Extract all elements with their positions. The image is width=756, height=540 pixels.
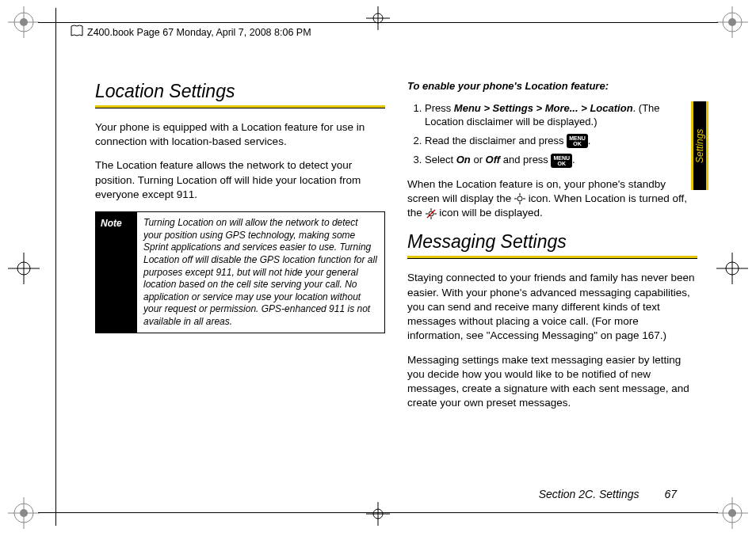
body-text: Messaging settings make text messaging e… xyxy=(407,353,697,411)
step-item: Read the disclaimer and press MENUOK. xyxy=(425,134,697,149)
location-on-icon xyxy=(514,193,525,204)
body-text: Your phone is equipped with a Location f… xyxy=(95,120,385,149)
book-icon xyxy=(70,24,84,41)
crop-mark-icon xyxy=(8,6,40,38)
note-label: Note xyxy=(96,212,137,333)
location-off-icon xyxy=(426,208,437,219)
section-heading-location: Location Settings xyxy=(95,79,385,104)
registration-mark-icon xyxy=(366,502,390,529)
step-text: or xyxy=(471,154,486,165)
step-text: Select xyxy=(425,154,456,165)
crop-mark-icon xyxy=(716,6,748,38)
note-text: Turning Location on will allow the netwo… xyxy=(137,212,384,333)
registration-mark-icon xyxy=(8,253,40,287)
step-text: . xyxy=(572,154,575,165)
body-text: Staying connected to your friends and fa… xyxy=(407,271,697,343)
heading-rule xyxy=(407,256,697,258)
crop-line xyxy=(55,8,56,526)
page-number: 67 xyxy=(664,488,677,500)
menu-path: Menu > Settings > More... > Location xyxy=(454,102,633,114)
menu-ok-key-icon: MENUOK xyxy=(567,134,588,148)
right-column: To enable your phone's Location feature:… xyxy=(407,79,697,477)
step-item: Press Menu > Settings > More... > Locati… xyxy=(425,101,697,129)
registration-mark-icon xyxy=(366,6,390,33)
crop-mark-icon xyxy=(8,497,40,529)
heading-rule xyxy=(95,105,385,108)
instruction-heading: To enable your phone's Location feature: xyxy=(407,79,697,93)
menu-ok-key-icon: MENUOK xyxy=(551,154,572,168)
option-off: Off xyxy=(486,154,501,165)
section-heading-messaging: Messaging Settings xyxy=(407,230,697,254)
footer-section: Section 2C. Settings xyxy=(539,488,640,500)
step-text: and press xyxy=(500,154,551,165)
step-text: . xyxy=(588,135,591,146)
registration-mark-icon xyxy=(716,253,748,287)
option-on: On xyxy=(456,154,471,165)
step-text: Read the disclaimer and press xyxy=(425,135,567,146)
left-column: Location Settings Your phone is equipped… xyxy=(95,79,385,477)
body-text: When the Location feature is on, your ph… xyxy=(407,177,697,221)
step-item: Select On or Off and press MENUOK. xyxy=(425,153,697,168)
step-text: Press xyxy=(425,102,454,114)
crop-mark-icon xyxy=(716,497,748,529)
note-box: Note Turning Location on will allow the … xyxy=(95,211,385,333)
svg-point-22 xyxy=(517,196,522,201)
page-header: Z400.book Page 67 Monday, April 7, 2008 … xyxy=(87,27,311,38)
steps-list: Press Menu > Settings > More... > Locati… xyxy=(407,101,697,168)
page-footer: Section 2C. Settings 67 xyxy=(539,488,677,500)
body-text: The Location feature allows the network … xyxy=(95,158,385,202)
